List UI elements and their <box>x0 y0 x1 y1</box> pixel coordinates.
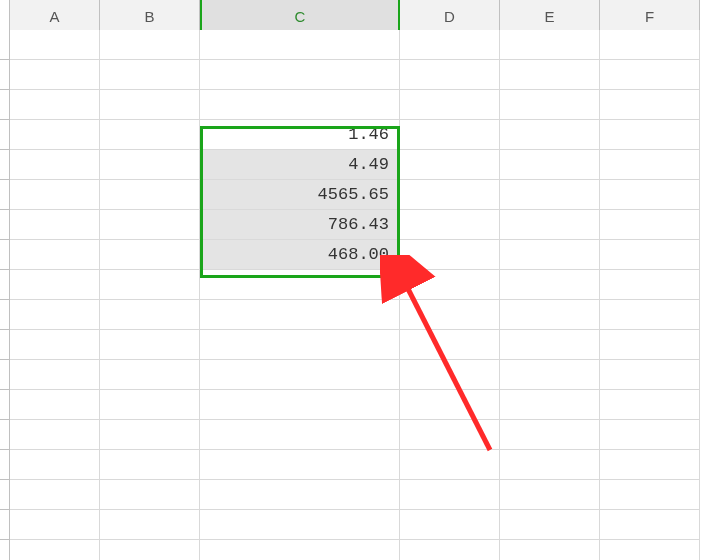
cell-a11[interactable] <box>10 330 100 360</box>
cell-d3[interactable] <box>400 90 500 120</box>
cell-d6[interactable] <box>400 180 500 210</box>
cell-c5[interactable]: 4.49 <box>200 150 400 180</box>
cell-b14[interactable] <box>100 420 200 450</box>
cell-c16[interactable] <box>200 480 400 510</box>
cell-b5[interactable] <box>100 150 200 180</box>
cell-a3[interactable] <box>10 90 100 120</box>
column-header-a[interactable]: A <box>10 0 100 34</box>
column-header-f[interactable]: F <box>600 0 700 34</box>
cell-e16[interactable] <box>500 480 600 510</box>
cell-f6[interactable] <box>600 180 700 210</box>
cell-b18[interactable] <box>100 540 200 560</box>
cell-a2[interactable] <box>10 60 100 90</box>
column-header-e[interactable]: E <box>500 0 600 34</box>
cell-d2[interactable] <box>400 60 500 90</box>
cell-a14[interactable] <box>10 420 100 450</box>
cell-d8[interactable] <box>400 240 500 270</box>
cell-b8[interactable] <box>100 240 200 270</box>
cell-c17[interactable] <box>200 510 400 540</box>
cell-a7[interactable] <box>10 210 100 240</box>
cell-c1[interactable] <box>200 30 400 60</box>
cell-d17[interactable] <box>400 510 500 540</box>
cell-e6[interactable] <box>500 180 600 210</box>
cell-f17[interactable] <box>600 510 700 540</box>
cell-e7[interactable] <box>500 210 600 240</box>
cell-c2[interactable] <box>200 60 400 90</box>
cell-a15[interactable] <box>10 450 100 480</box>
cell-b12[interactable] <box>100 360 200 390</box>
cell-d11[interactable] <box>400 330 500 360</box>
cell-b16[interactable] <box>100 480 200 510</box>
cell-b9[interactable] <box>100 270 200 300</box>
cell-c9[interactable] <box>200 270 400 300</box>
cell-b4[interactable] <box>100 120 200 150</box>
cell-a13[interactable] <box>10 390 100 420</box>
cell-f3[interactable] <box>600 90 700 120</box>
cell-e15[interactable] <box>500 450 600 480</box>
cell-b10[interactable] <box>100 300 200 330</box>
column-header-d[interactable]: D <box>400 0 500 34</box>
cell-b15[interactable] <box>100 450 200 480</box>
cell-d12[interactable] <box>400 360 500 390</box>
cell-a8[interactable] <box>10 240 100 270</box>
cell-b7[interactable] <box>100 210 200 240</box>
cell-c18[interactable] <box>200 540 400 560</box>
cell-e9[interactable] <box>500 270 600 300</box>
cell-b11[interactable] <box>100 330 200 360</box>
cell-b1[interactable] <box>100 30 200 60</box>
cell-a5[interactable] <box>10 150 100 180</box>
spreadsheet-grid[interactable]: ABCDEF1.464.494565.65786.43468.00 <box>0 0 710 560</box>
cell-f14[interactable] <box>600 420 700 450</box>
cell-e17[interactable] <box>500 510 600 540</box>
cell-c15[interactable] <box>200 450 400 480</box>
cell-d18[interactable] <box>400 540 500 560</box>
cell-e11[interactable] <box>500 330 600 360</box>
cell-c11[interactable] <box>200 330 400 360</box>
cell-a1[interactable] <box>10 30 100 60</box>
cell-c6[interactable]: 4565.65 <box>200 180 400 210</box>
cell-d15[interactable] <box>400 450 500 480</box>
cell-f2[interactable] <box>600 60 700 90</box>
cell-a16[interactable] <box>10 480 100 510</box>
cell-e5[interactable] <box>500 150 600 180</box>
cell-d9[interactable] <box>400 270 500 300</box>
cell-b2[interactable] <box>100 60 200 90</box>
cell-f7[interactable] <box>600 210 700 240</box>
cell-c13[interactable] <box>200 390 400 420</box>
cell-e8[interactable] <box>500 240 600 270</box>
cell-b13[interactable] <box>100 390 200 420</box>
cell-c3[interactable] <box>200 90 400 120</box>
column-header-b[interactable]: B <box>100 0 200 34</box>
cell-c10[interactable] <box>200 300 400 330</box>
cell-d10[interactable] <box>400 300 500 330</box>
cell-c14[interactable] <box>200 420 400 450</box>
cell-a4[interactable] <box>10 120 100 150</box>
column-header-c[interactable]: C <box>200 0 400 34</box>
cell-b17[interactable] <box>100 510 200 540</box>
cell-f12[interactable] <box>600 360 700 390</box>
cell-a12[interactable] <box>10 360 100 390</box>
cell-d4[interactable] <box>400 120 500 150</box>
cell-a6[interactable] <box>10 180 100 210</box>
cell-f11[interactable] <box>600 330 700 360</box>
cell-d5[interactable] <box>400 150 500 180</box>
cell-d16[interactable] <box>400 480 500 510</box>
cell-e4[interactable] <box>500 120 600 150</box>
cell-a10[interactable] <box>10 300 100 330</box>
cell-d14[interactable] <box>400 420 500 450</box>
cell-e1[interactable] <box>500 30 600 60</box>
cell-f4[interactable] <box>600 120 700 150</box>
cell-d7[interactable] <box>400 210 500 240</box>
cell-c12[interactable] <box>200 360 400 390</box>
cell-b3[interactable] <box>100 90 200 120</box>
cell-e13[interactable] <box>500 390 600 420</box>
cell-f10[interactable] <box>600 300 700 330</box>
cell-f18[interactable] <box>600 540 700 560</box>
cell-f8[interactable] <box>600 240 700 270</box>
cell-a17[interactable] <box>10 510 100 540</box>
cell-f1[interactable] <box>600 30 700 60</box>
cell-e14[interactable] <box>500 420 600 450</box>
cell-c4[interactable]: 1.46 <box>200 120 400 150</box>
cell-f16[interactable] <box>600 480 700 510</box>
cell-e10[interactable] <box>500 300 600 330</box>
